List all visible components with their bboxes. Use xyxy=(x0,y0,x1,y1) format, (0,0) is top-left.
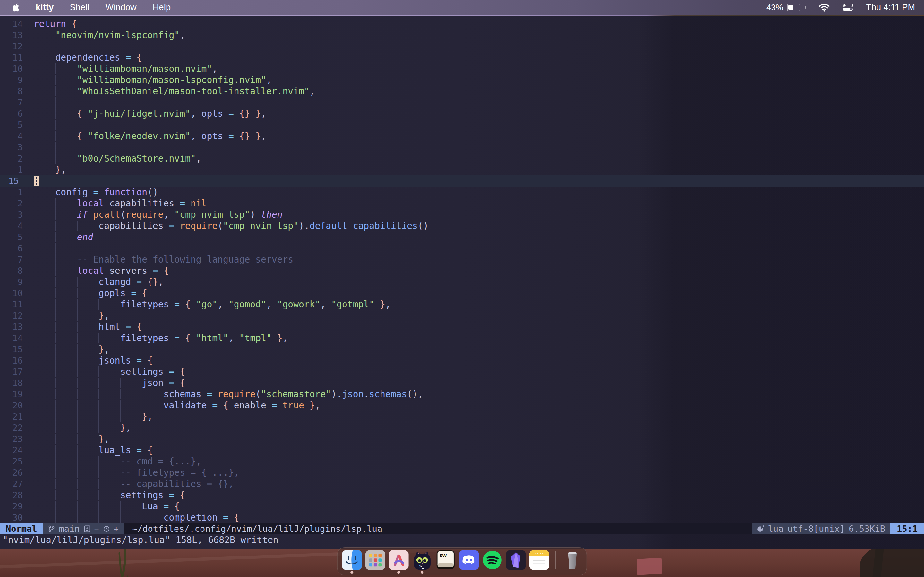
code-line[interactable]: 3 xyxy=(0,142,924,153)
code-line[interactable]: 1 }, xyxy=(0,164,924,175)
code-line[interactable]: 12 xyxy=(0,41,924,52)
code-line[interactable]: 17 settings = { xyxy=(0,366,924,377)
spotify-icon xyxy=(483,550,502,570)
code-line[interactable]: 7 -- Enable the following language serve… xyxy=(0,254,924,265)
line-text: filetypes = { "go", "gomod", "gowork", "… xyxy=(28,299,391,310)
line-number: 18 xyxy=(0,377,28,388)
filetype: lua xyxy=(768,524,784,534)
menu-item-help[interactable]: Help xyxy=(153,3,171,13)
code-line[interactable]: 12 }, xyxy=(0,310,924,321)
file-info-segment: lua utf-8[unix] 6.53KiB xyxy=(752,523,890,534)
menubar-clock[interactable]: Thu 4:11 PM xyxy=(866,3,915,13)
dock-launchpad[interactable] xyxy=(365,550,385,573)
code-line[interactable]: 15 }, xyxy=(0,343,924,355)
code-line[interactable]: 5 end xyxy=(0,231,924,243)
menu-item-shell[interactable]: Shell xyxy=(70,3,89,13)
dock-arc[interactable] xyxy=(389,550,409,573)
line-number: 2 xyxy=(0,198,28,209)
code-line[interactable]: 5 xyxy=(0,119,924,131)
code-area: 14return {13 "neovim/nvim-lspconfig",12 … xyxy=(0,18,924,523)
code-line[interactable]: 26 -- filetypes = { ...}, xyxy=(0,467,924,478)
code-line[interactable]: 19 schemas = require("schemastore").json… xyxy=(0,388,924,400)
code-line-current[interactable]: 15 xyxy=(0,175,924,187)
code-line[interactable]: 6 xyxy=(0,243,924,254)
dock-trash[interactable] xyxy=(562,550,582,573)
battery-icon xyxy=(787,4,800,11)
line-text: "WhoIsSethDaniel/mason-tool-installer.nv… xyxy=(28,85,315,97)
code-line[interactable]: 30 completion = { xyxy=(0,512,924,523)
code-line[interactable]: 4 { "folke/neodev.nvim", opts = {} }, xyxy=(0,131,924,142)
code-line[interactable]: 1 config = function() xyxy=(0,187,924,198)
code-line[interactable]: 2 local capabilities = nil xyxy=(0,198,924,209)
line-number: 8 xyxy=(0,85,28,97)
code-line[interactable]: 10 gopls = { xyxy=(0,287,924,299)
dock-notes[interactable] xyxy=(529,550,549,573)
dock-finder[interactable] xyxy=(342,550,362,573)
code-line[interactable]: 13 html = { xyxy=(0,321,924,332)
code-line[interactable]: 24 lua_ls = { xyxy=(0,445,924,456)
line-text xyxy=(28,41,55,52)
code-line[interactable]: 13 "neovim/nvim-lspconfig", xyxy=(0,29,924,41)
diff-minus: − xyxy=(94,524,99,533)
apple-menu[interactable] xyxy=(12,3,19,12)
code-line[interactable]: 7 xyxy=(0,97,924,108)
line-text: -- capabilities = {}, xyxy=(28,478,234,490)
line-number: 10 xyxy=(0,287,28,299)
code-line[interactable]: 16 jsonls = { xyxy=(0,355,924,366)
code-line[interactable]: 21 }, xyxy=(0,411,924,422)
line-number: 2 xyxy=(0,153,28,164)
dock-separator xyxy=(556,551,556,569)
code-line[interactable]: 29 Lua = { xyxy=(0,501,924,512)
code-line[interactable]: 27 -- capabilities = {}, xyxy=(0,478,924,490)
code-line[interactable]: 18 json = { xyxy=(0,377,924,388)
line-number: 6 xyxy=(0,108,28,119)
running-indicator xyxy=(421,571,423,574)
code-line[interactable]: 8 "WhoIsSethDaniel/mason-tool-installer.… xyxy=(0,85,924,97)
line-text xyxy=(28,142,77,153)
code-line[interactable]: 9 "williamboman/mason-lspconfig.nvim", xyxy=(0,74,924,85)
statusline: Normal main − + ~/dotfiles/.config/nvim/… xyxy=(0,523,924,534)
menubar-status: 43% Thu 4:11 PM xyxy=(766,3,924,13)
dock-shortcat-key[interactable]: $W xyxy=(436,550,456,573)
code-line[interactable]: 20 validate = { enable = true }, xyxy=(0,400,924,411)
code-line[interactable]: 8 local servers = { xyxy=(0,265,924,276)
code-line[interactable]: 9 clangd = {}, xyxy=(0,276,924,287)
battery-indicator[interactable]: 43% xyxy=(766,3,806,13)
svg-text:$W: $W xyxy=(439,553,447,558)
code-line[interactable]: 3 if pcall(require, "cmp_nvim_lsp") then xyxy=(0,209,924,220)
menu-item-window[interactable]: Window xyxy=(105,3,137,13)
code-line[interactable]: 4 capabilities = require("cmp_nvim_lsp")… xyxy=(0,220,924,231)
line-text: jsonls = { xyxy=(28,355,153,366)
control-center-icon[interactable] xyxy=(843,3,853,11)
code-line[interactable]: 25 -- cmd = {...}, xyxy=(0,456,924,467)
code-line[interactable]: 11 dependencies = { xyxy=(0,52,924,63)
dock-discord[interactable] xyxy=(459,550,479,573)
dock-spotify[interactable] xyxy=(483,550,502,573)
dock-kitty[interactable]: >_ xyxy=(412,550,432,573)
line-text: if pcall(require, "cmp_nvim_lsp") then xyxy=(28,209,283,220)
menu-item-kitty[interactable]: kitty xyxy=(36,3,54,13)
line-text: -- Enable the following language servers xyxy=(28,254,293,265)
discord-icon xyxy=(459,550,479,570)
code-line[interactable]: 11 filetypes = { "go", "gomod", "gowork"… xyxy=(0,299,924,310)
code-line[interactable]: 10 "williamboman/mason.nvim", xyxy=(0,63,924,74)
line-text: }, xyxy=(28,164,66,175)
code-line[interactable]: 14 filetypes = { "html", "tmpl" }, xyxy=(0,332,924,343)
line-number: 1 xyxy=(0,164,28,175)
code-line[interactable]: 2 "b0o/SchemaStore.nvim", xyxy=(0,153,924,164)
wifi-icon[interactable] xyxy=(819,3,830,11)
line-text: clangd = {}, xyxy=(28,276,164,287)
line-text: lua_ls = { xyxy=(28,445,153,456)
line-text: Lua = { xyxy=(28,501,180,512)
line-number: 9 xyxy=(0,276,28,287)
line-number: 15 xyxy=(0,343,28,355)
code-line[interactable]: 22 }, xyxy=(0,422,924,434)
code-line[interactable]: 28 settings = { xyxy=(0,490,924,501)
git-branch-icon xyxy=(48,525,55,533)
code-line[interactable]: 6 { "j-hui/fidget.nvim", opts = {} }, xyxy=(0,108,924,119)
dock-obsidian[interactable] xyxy=(506,550,526,573)
line-number: 15 xyxy=(0,175,28,187)
code-line[interactable]: 14return { xyxy=(0,18,924,29)
line-number: 14 xyxy=(0,332,28,343)
code-line[interactable]: 23 }, xyxy=(0,434,924,445)
